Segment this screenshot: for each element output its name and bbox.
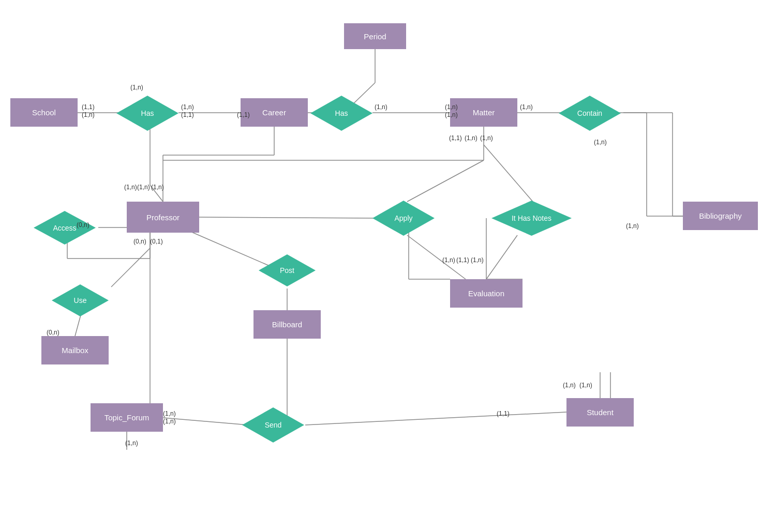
entity-bibliography: Bibliography	[683, 202, 758, 230]
card-has1-career-1: (1,n)	[181, 103, 194, 111]
card-matter-has2-2: (1,n)	[445, 111, 458, 118]
card-prof-access-2: (0,1)	[150, 238, 163, 245]
card-eval-3: (1,n)	[471, 256, 484, 264]
svg-line-18	[407, 160, 484, 202]
card-prof-access-1: (0,n)	[133, 238, 146, 245]
card-matter-has2-1: (1,n)	[445, 103, 458, 111]
card-mailbox: (0,n)	[47, 329, 59, 336]
svg-line-20	[486, 235, 517, 279]
card-access-prof: (0,n)	[77, 221, 89, 229]
card-has2-matter-1: (1,n)	[375, 103, 387, 111]
entity-professor: Professor	[127, 202, 199, 233]
card-topic-send-1: (1,n)	[163, 410, 176, 417]
entity-topic-forum: Topic_Forum	[91, 403, 163, 432]
card-career-has2: (1,1)	[237, 111, 250, 118]
entity-student: Student	[566, 398, 634, 427]
svg-line-36	[163, 418, 248, 425]
card-has1-career-2: (1,1)	[181, 111, 194, 118]
card-eval-2: (1,1)	[456, 256, 469, 264]
relation-use: Use	[52, 284, 109, 316]
svg-line-17	[199, 217, 378, 218]
entity-period: Period	[344, 23, 406, 49]
relation-apply: Apply	[372, 201, 435, 236]
er-diagram: School Career Matter Professor Evaluatio…	[0, 0, 776, 532]
card-school-has1-2: (1,n)	[82, 111, 95, 118]
relation-send: Send	[242, 407, 304, 443]
svg-line-37	[305, 412, 566, 425]
card-bib-right: (1,n)	[626, 222, 639, 230]
relation-it-has-notes: It Has Notes	[491, 201, 572, 236]
card-contain-bib: (1,n)	[594, 139, 607, 146]
entity-mailbox: Mailbox	[41, 336, 109, 364]
card-has1-prof-1: (1,n)	[124, 184, 137, 191]
card-has1-prof-2: (1,n)	[137, 184, 150, 191]
card-matter-bot-3: (1,n)	[480, 134, 493, 142]
card-matter-contain: (1,n)	[520, 103, 533, 111]
relation-has2: Has	[310, 96, 372, 131]
card-has1-prof-3: (1,n)	[151, 184, 164, 191]
relation-contain: Contain	[559, 96, 621, 131]
card-topic-bot: (1,n)	[125, 439, 138, 447]
card-school-has1-1: (1,1)	[82, 103, 95, 111]
card-send-student: (1,1)	[497, 410, 510, 417]
entity-career: Career	[241, 98, 308, 127]
card-student-1: (1,n)	[563, 382, 576, 389]
card-eval-1: (1,n)	[442, 256, 455, 264]
svg-line-19	[484, 145, 533, 202]
entity-school: School	[10, 98, 78, 127]
svg-line-30	[111, 248, 150, 287]
entity-evaluation: Evaluation	[450, 279, 523, 308]
card-matter-bot-1: (1,1)	[449, 134, 462, 142]
card-student-2: (1,n)	[579, 382, 592, 389]
card-matter-bot-2: (1,n)	[465, 134, 477, 142]
card-topic-send-2: (1,n)	[163, 418, 176, 425]
relation-post: Post	[259, 254, 316, 286]
entity-billboard: Billboard	[253, 310, 321, 339]
card-has1-top: (1,n)	[130, 84, 143, 91]
entity-matter: Matter	[450, 98, 517, 127]
relation-has1: Has	[116, 96, 178, 131]
connection-lines	[0, 0, 776, 532]
